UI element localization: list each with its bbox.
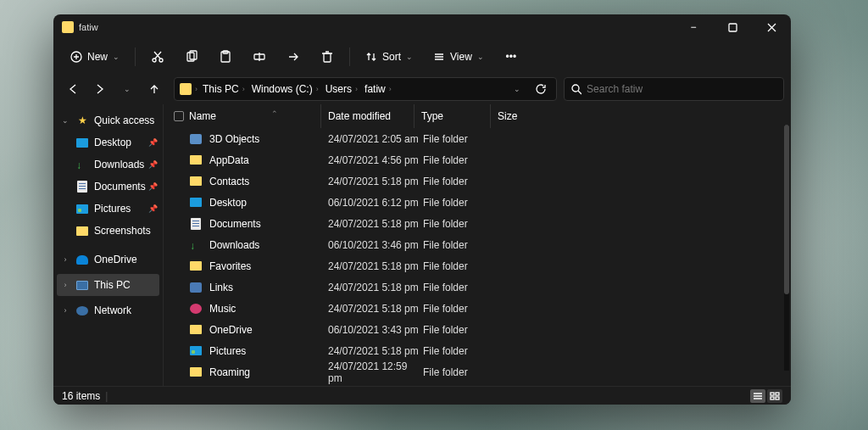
file-name: OneDrive <box>209 324 253 336</box>
icons-view-button[interactable] <box>767 389 782 403</box>
file-row[interactable]: Favorites24/07/2021 5:18 pmFile folder <box>174 255 791 276</box>
file-row[interactable]: OneDrive06/10/2021 3:43 pmFile folder <box>174 319 791 340</box>
maximize-button[interactable] <box>713 14 752 40</box>
window-title: fatiw <box>79 22 98 32</box>
chevron-down-icon: ⌄ <box>113 53 120 61</box>
view-button[interactable]: View ⌄ <box>426 45 491 69</box>
search-icon <box>571 84 581 95</box>
new-button[interactable]: New ⌄ <box>64 45 126 69</box>
share-button[interactable] <box>280 45 307 69</box>
docico-icon <box>75 181 89 193</box>
breadcrumb-segment[interactable]: fatiw› <box>363 83 393 95</box>
breadcrumb-segment[interactable]: Users› <box>324 83 359 95</box>
file-row[interactable]: AppData24/07/2021 4:56 pmFile folder <box>174 149 791 170</box>
minimize-button[interactable]: − <box>674 14 713 40</box>
sidebar-item[interactable]: Downloads📌 <box>53 154 163 176</box>
up-button[interactable] <box>142 76 167 102</box>
share-icon <box>287 50 300 64</box>
arrow-right-icon <box>94 83 106 95</box>
file-date: 06/10/2021 6:12 pm <box>328 197 423 209</box>
sidebar-item[interactable]: Documents📌 <box>53 176 163 198</box>
svg-rect-29 <box>771 397 774 399</box>
svg-line-8 <box>155 52 161 59</box>
back-button[interactable] <box>60 76 86 102</box>
chevron-down-icon: ⌄ <box>514 85 520 93</box>
svg-rect-0 <box>729 24 737 31</box>
select-all-checkbox[interactable] <box>174 111 184 121</box>
sidebar-this-pc[interactable]: › This PC <box>57 274 159 296</box>
docico-icon <box>189 218 203 230</box>
window-controls: − <box>674 14 791 40</box>
chevron-down-icon: ⌄ <box>406 53 413 61</box>
file-name: 3D Objects <box>209 133 259 145</box>
dlico-icon <box>189 239 203 251</box>
column-type[interactable]: Type <box>415 104 491 128</box>
column-date[interactable]: Date modified <box>321 104 415 128</box>
file-name: Music <box>209 303 236 315</box>
sidebar-item[interactable]: Screenshots <box>53 220 163 242</box>
breadcrumb-segment[interactable]: Windows (C:)› <box>250 83 320 95</box>
file-name: Downloads <box>209 239 259 251</box>
file-type: File folder <box>423 133 501 145</box>
file-row[interactable]: Downloads06/10/2021 3:46 pmFile folder <box>174 234 791 255</box>
column-size[interactable]: Size <box>491 104 542 128</box>
search-input[interactable] <box>587 83 776 95</box>
paste-button[interactable] <box>212 45 239 69</box>
file-type: File folder <box>423 282 501 293</box>
column-headers: Name ⌃ Date modified Type Size <box>164 104 791 128</box>
svg-line-23 <box>578 91 581 94</box>
refresh-button[interactable] <box>531 79 551 99</box>
scrollbar[interactable] <box>784 125 789 371</box>
fold-y-icon <box>189 324 203 336</box>
close-button[interactable] <box>752 14 791 40</box>
cut-button[interactable] <box>144 45 171 69</box>
navigation-pane[interactable]: ⌄ ★ Quick access Desktop📌Downloads📌Docum… <box>53 104 164 386</box>
sort-button[interactable]: Sort ⌄ <box>359 45 420 69</box>
file-row[interactable]: Desktop06/10/2021 6:12 pmFile folder <box>174 192 791 213</box>
svg-point-6 <box>153 59 156 62</box>
file-name: Roaming <box>209 366 250 378</box>
network-icon <box>75 304 89 316</box>
file-rows[interactable]: 3D Objects24/07/2021 2:05 amFile folderA… <box>164 128 791 386</box>
sidebar-onedrive[interactable]: › OneDrive <box>53 249 163 271</box>
musicico-icon <box>189 303 203 315</box>
plus-icon <box>70 51 82 63</box>
file-row[interactable]: Music24/07/2021 5:18 pmFile folder <box>174 298 791 319</box>
recent-button[interactable]: ⌄ <box>114 76 140 102</box>
breadcrumb-segment[interactable]: This PC› <box>201 83 247 95</box>
threedico-icon <box>189 133 203 145</box>
chevron-right-icon: › <box>60 281 70 289</box>
arrow-left-icon <box>67 83 79 95</box>
file-row[interactable]: Links24/07/2021 5:18 pmFile folder <box>174 276 791 298</box>
sidebar-quick-access[interactable]: ⌄ ★ Quick access <box>53 109 163 131</box>
chevron-right-icon: › <box>60 306 70 315</box>
address-history-button[interactable]: ⌄ <box>507 79 527 99</box>
copy-icon <box>185 50 198 64</box>
sidebar-network[interactable]: › Network <box>53 299 163 321</box>
file-type: File folder <box>423 176 501 187</box>
details-view-button[interactable] <box>750 389 765 403</box>
file-date: 24/07/2021 2:05 am <box>328 133 423 145</box>
forward-button[interactable] <box>87 76 113 102</box>
more-button[interactable]: ••• <box>498 45 525 69</box>
file-date: 24/07/2021 5:18 pm <box>328 345 423 357</box>
file-row[interactable]: 3D Objects24/07/2021 2:05 amFile folder <box>174 128 791 149</box>
file-row[interactable]: Contacts24/07/2021 5:18 pmFile folder <box>174 170 791 192</box>
sidebar-item[interactable]: Pictures📌 <box>53 198 163 220</box>
titlebar[interactable]: fatiw − <box>53 14 791 40</box>
file-type: File folder <box>423 197 501 209</box>
address-bar[interactable]: › This PC› Windows (C:)› Users› fatiw› ⌄ <box>174 77 557 101</box>
sidebar-item[interactable]: Desktop📌 <box>53 131 163 154</box>
fold-y-icon <box>75 225 89 237</box>
copy-button[interactable] <box>178 45 205 69</box>
file-row[interactable]: Documents24/07/2021 5:18 pmFile folder <box>174 213 791 234</box>
file-row[interactable]: Roaming24/07/2021 12:59 pmFile folder <box>174 361 791 383</box>
file-name: AppData <box>209 154 249 166</box>
sort-icon <box>365 51 377 63</box>
file-type: File folder <box>423 260 501 272</box>
file-row[interactable]: Pictures24/07/2021 5:18 pmFile folder <box>174 340 791 361</box>
delete-button[interactable] <box>314 45 341 69</box>
search-box[interactable] <box>564 77 784 101</box>
column-name[interactable]: Name ⌃ <box>174 104 321 128</box>
rename-button[interactable] <box>246 45 273 69</box>
